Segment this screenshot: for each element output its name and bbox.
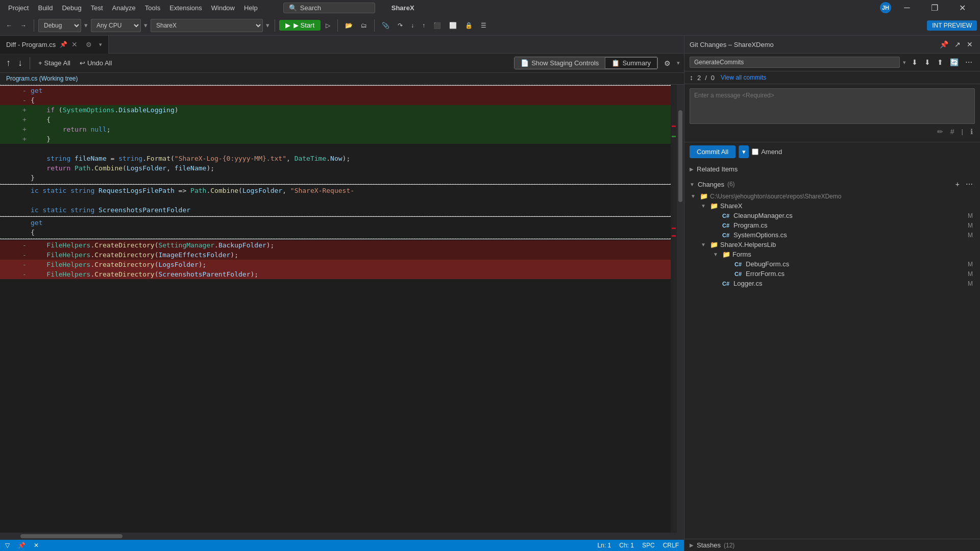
tree-node-repo[interactable]: ▼ 📁 C:\Users\jehoughton\source\repos\Sha… bbox=[687, 191, 978, 201]
repo-arrow-icon: ▼ bbox=[691, 193, 698, 199]
nav-next-button[interactable]: ↓ bbox=[16, 57, 24, 69]
toolbar-icon-8[interactable]: ☰ bbox=[478, 20, 489, 31]
step-over-icon[interactable]: ↷ bbox=[395, 20, 406, 31]
more-changes-icon[interactable]: ⋯ bbox=[964, 179, 975, 189]
code-line: - FileHelpers.CreateDirectory(ImageEffec… bbox=[0, 250, 671, 260]
git-panel-close-icon[interactable]: ✕ bbox=[965, 39, 975, 49]
h-scrollbar-thumb[interactable] bbox=[20, 534, 122, 538]
menu-window[interactable]: Window bbox=[207, 2, 239, 14]
diff-settings-icon[interactable]: ⚙ bbox=[661, 58, 674, 69]
git-panel-pin-icon[interactable]: 📌 bbox=[938, 39, 950, 49]
search-icon: 🔍 bbox=[289, 4, 297, 12]
title-search[interactable]: 🔍 Search bbox=[283, 3, 375, 13]
minimize-icon[interactable]: ▽ bbox=[5, 542, 10, 549]
chevron-down-icon-2: ▾ bbox=[143, 21, 149, 29]
push-icon[interactable]: ⬆ bbox=[935, 57, 946, 67]
toolbar-icon-6[interactable]: ⬜ bbox=[446, 20, 460, 31]
tree-node-helperslib[interactable]: ▼ 📁 ShareX.HelpersLib bbox=[687, 240, 978, 249]
branch-more-icon[interactable]: ⋯ bbox=[963, 57, 975, 67]
close-button[interactable]: ✕ bbox=[950, 0, 974, 15]
tree-node-debugform[interactable]: C# DebugForm.cs M bbox=[687, 259, 978, 269]
show-staging-tab[interactable]: 📄 Show Staging Controls bbox=[514, 57, 605, 69]
git-panel-popout-icon[interactable]: ↗ bbox=[952, 39, 963, 49]
toolbar-icon-5[interactable]: ⬛ bbox=[430, 20, 444, 31]
info-icon[interactable]: ℹ bbox=[968, 127, 975, 137]
start-label: ▶ Start bbox=[293, 21, 314, 29]
changes-section-header[interactable]: ▼ Changes (6) + ⋯ bbox=[684, 177, 980, 191]
menu-project[interactable]: Project bbox=[4, 2, 33, 14]
forward-button[interactable]: → bbox=[17, 20, 30, 31]
project-select[interactable]: ShareX bbox=[151, 19, 263, 32]
menu-test[interactable]: Test bbox=[87, 2, 107, 14]
scrollbar-thumb[interactable] bbox=[678, 110, 682, 202]
menu-debug[interactable]: Debug bbox=[58, 2, 85, 14]
undo-all-button[interactable]: ↩ Undo All bbox=[77, 58, 115, 68]
code-content[interactable]: - get - { + if (SystemOptions.DisableLog… bbox=[0, 85, 671, 533]
sync-icon[interactable]: 🔄 bbox=[947, 57, 961, 67]
horizontal-scrollbar[interactable] bbox=[0, 533, 684, 540]
spell-check-icon[interactable]: ✏ bbox=[935, 127, 945, 137]
toolbar-icon-7[interactable]: 🔒 bbox=[462, 20, 476, 31]
amend-checkbox[interactable] bbox=[752, 148, 758, 155]
vertical-scrollbar[interactable] bbox=[677, 85, 684, 533]
diff-panel: Diff - Program.cs 📌 ✕ ⚙ ▾ ↑ ↓ + Stage Al… bbox=[0, 36, 684, 551]
toolbar-icon-4[interactable]: ↑ bbox=[419, 20, 428, 31]
summary-tab[interactable]: 📋 Summary bbox=[605, 57, 657, 69]
nav-prev-button[interactable]: ↑ bbox=[4, 57, 13, 69]
run-without-debug-button[interactable]: ▷ bbox=[323, 20, 333, 31]
menu-build[interactable]: Build bbox=[34, 2, 57, 14]
branch-select[interactable]: GenerateCommits bbox=[690, 57, 900, 68]
attach-icon[interactable]: 📎 bbox=[379, 20, 393, 31]
code-line: return Path.Combine(LogsFolder, fileName… bbox=[0, 163, 671, 173]
open-folder-icon[interactable]: 📂 bbox=[342, 20, 356, 31]
pull-icon[interactable]: ⬇ bbox=[922, 57, 933, 67]
restore-button[interactable]: ❐ bbox=[923, 0, 946, 15]
menu-help[interactable]: Help bbox=[240, 2, 262, 14]
menu-tools[interactable]: Tools bbox=[141, 2, 164, 14]
systemoptions-file-status: M bbox=[968, 232, 978, 239]
back-button[interactable]: ← bbox=[3, 20, 15, 31]
menu-analyze[interactable]: Analyze bbox=[108, 2, 140, 14]
menu-extensions[interactable]: Extensions bbox=[165, 2, 206, 14]
stage-all-button[interactable]: + Stage All bbox=[35, 58, 74, 68]
close-tab-icon[interactable]: ✕ bbox=[71, 40, 78, 48]
solution-explorer-icon[interactable]: 🗂 bbox=[358, 20, 370, 31]
step-into-icon[interactable]: ↓ bbox=[408, 20, 417, 31]
close-status-icon[interactable]: ✕ bbox=[34, 542, 39, 549]
tab-chevron-icon[interactable]: ▾ bbox=[99, 41, 102, 48]
fetch-icon[interactable]: ⬇ bbox=[909, 57, 920, 67]
stashes-section-header[interactable]: ▶ Stashes (12) bbox=[684, 539, 980, 551]
tree-node-program[interactable]: C# Program.cs M bbox=[687, 220, 978, 230]
diff-tab[interactable]: Diff - Program.cs 📌 ✕ ⚙ ▾ bbox=[0, 36, 109, 54]
tab-settings-icon[interactable]: ⚙ bbox=[86, 41, 92, 48]
related-items-header[interactable]: ▶ Related Items bbox=[690, 164, 975, 174]
view-all-commits-link[interactable]: View all commits bbox=[721, 74, 766, 81]
tree-node-systemoptions[interactable]: C# SystemOptions.cs M bbox=[687, 230, 978, 240]
start-button[interactable]: ▶ ▶ Start bbox=[279, 20, 321, 31]
branch-chevron-icon: ▾ bbox=[903, 59, 906, 66]
tree-node-sharex[interactable]: ▼ 📁 ShareX bbox=[687, 201, 978, 211]
commit-message-input[interactable] bbox=[690, 88, 975, 124]
debug-config-select[interactable]: Debug bbox=[38, 19, 81, 32]
tree-node-logger[interactable]: C# Logger.cs M bbox=[687, 279, 978, 288]
minimap-marker-removed-2 bbox=[672, 228, 676, 229]
tree-node-cleanup[interactable]: C# CleanupManager.cs M bbox=[687, 211, 978, 220]
play-icon: ▶ bbox=[285, 21, 290, 29]
add-changes-icon[interactable]: + bbox=[953, 179, 962, 189]
format-icon[interactable]: # bbox=[948, 127, 957, 137]
amend-checkbox-group: Amend bbox=[752, 148, 782, 156]
program-file-label: Program.cs bbox=[733, 221, 767, 229]
main-toolbar: ← → Debug ▾ Any CPU ▾ ShareX ▾ ▶ ▶ Start… bbox=[0, 15, 980, 36]
diff-chevron-icon[interactable]: ▾ bbox=[677, 60, 680, 66]
cpu-config-select[interactable]: Any CPU bbox=[91, 19, 141, 32]
helperslib-arrow-icon: ▼ bbox=[701, 242, 708, 247]
pin-status-icon[interactable]: 📌 bbox=[18, 542, 26, 549]
pin-icon[interactable]: 📌 bbox=[60, 41, 67, 48]
commit-dropdown-button[interactable]: ▾ bbox=[739, 145, 749, 158]
commit-all-button[interactable]: Commit All bbox=[690, 145, 736, 158]
int-preview-button[interactable]: INT PREVIEW bbox=[927, 20, 977, 31]
tree-node-forms[interactable]: ▼ 📁 Forms bbox=[687, 249, 978, 259]
code-line: + if (SystemOptions.DisableLogging) bbox=[0, 105, 671, 115]
tree-node-errorform[interactable]: C# ErrorForm.cs M bbox=[687, 269, 978, 279]
minimize-button[interactable]: ─ bbox=[895, 0, 919, 15]
